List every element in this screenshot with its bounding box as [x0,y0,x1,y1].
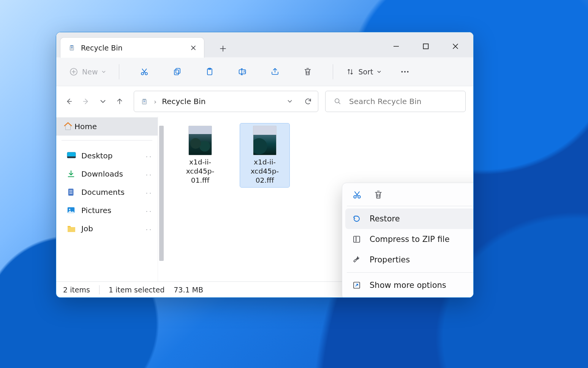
sidebar-divider [62,140,152,141]
minimize-button[interactable] [393,43,400,50]
sidebar-item-job[interactable]: Job [56,220,158,238]
ctx-item-label: Show more options [370,281,446,290]
svg-rect-1 [424,44,428,49]
tab-close-button[interactable] [190,45,196,51]
scrollbar-thumb[interactable] [159,126,164,261]
ctx-compress-zip[interactable]: Compress to ZIP file [345,229,474,250]
file-item[interactable]: x1d-ii-xcd45p-02.fff [240,123,289,187]
recent-dropdown[interactable] [100,98,106,105]
desktop-icon [67,152,76,160]
wrench-icon [352,255,361,264]
statusbar-divider [99,285,100,294]
pin-icon[interactable] [145,207,152,213]
delete-button[interactable] [302,66,314,78]
more-button[interactable] [399,66,411,78]
forward-button[interactable] [82,97,90,106]
sidebar-item-label: Desktop [81,151,112,160]
documents-icon [67,188,75,196]
ctx-cut-button[interactable] [352,190,362,200]
plus-circle-icon [69,67,78,76]
nav-buttons [62,97,127,106]
restore-icon [352,214,361,223]
tab-title: Recycle Bin [81,44,123,52]
cut-button[interactable] [138,66,150,78]
sidebar-item-documents[interactable]: Documents [56,183,158,201]
status-selected-count: 1 item selected [109,286,164,294]
sort-button[interactable]: Sort [344,65,384,78]
svg-rect-18 [68,189,74,196]
status-selected-size: 73.1 MB [174,286,203,294]
paste-button[interactable] [204,66,216,78]
rename-button[interactable]: A [236,66,248,78]
new-button[interactable]: New [67,65,108,79]
svg-point-25 [358,196,360,198]
zip-icon [352,235,361,244]
share-button[interactable] [269,66,281,78]
maximize-button[interactable] [422,43,429,50]
sidebar-item-home[interactable]: Home [56,117,158,136]
svg-point-20 [69,208,71,210]
svg-rect-21 [68,227,75,232]
tab-active[interactable]: Recycle Bin [60,37,204,58]
file-item[interactable]: x1d-ii-xcd45p-01.fff [175,123,225,187]
pin-icon[interactable] [145,226,152,232]
svg-text:A: A [243,70,246,74]
download-icon [67,170,75,178]
svg-point-13 [407,71,409,73]
chevron-down-icon [101,69,106,74]
sidebar-item-pictures[interactable]: Pictures [56,201,158,220]
new-tab-button[interactable] [220,45,226,52]
file-name: x1d-ii-xcd45p-02.fff [242,158,287,185]
file-thumbnail [253,126,277,155]
address-bar[interactable]: › Recycle Bin [134,91,318,112]
svg-point-3 [141,73,144,75]
address-dropdown[interactable] [287,98,293,104]
ctx-item-label: Restore [370,214,400,223]
close-button[interactable] [452,43,459,50]
back-button[interactable] [65,97,73,106]
recycle-bin-icon [140,97,149,106]
up-button[interactable] [115,97,124,106]
toolbar-divider [333,64,333,79]
svg-point-15 [335,99,339,103]
chevron-right-icon: › [154,98,156,106]
ctx-show-more[interactable]: Show more options Shift+F10 [345,275,474,295]
svg-point-24 [354,196,356,198]
file-thumbnail [188,126,212,155]
search-box[interactable] [325,91,466,112]
sidebar-item-desktop[interactable]: Desktop [56,147,158,165]
pin-icon[interactable] [145,153,152,159]
folder-icon [67,225,76,232]
refresh-button[interactable] [304,98,312,105]
ctx-restore[interactable]: Restore [345,208,474,229]
ctx-delete-button[interactable] [373,190,383,200]
svg-rect-14 [142,100,147,104]
home-icon [63,122,73,131]
ctx-properties[interactable]: Properties Alt+Enter [345,250,474,270]
pin-icon[interactable] [145,189,152,195]
svg-rect-6 [176,68,180,73]
context-menu-quickbar [345,187,474,204]
search-input[interactable] [348,96,457,106]
sort-label: Sort [358,68,373,76]
search-icon [334,98,341,105]
ctx-item-label: Compress to ZIP file [370,235,450,244]
svg-point-11 [401,71,403,73]
ctx-item-label: Properties [370,255,410,264]
toolbar-divider [119,64,119,79]
breadcrumb[interactable]: Recycle Bin [162,97,205,106]
context-menu-divider [347,272,474,273]
sidebar-item-downloads[interactable]: Downloads [56,165,158,183]
sidebar-scrollbar[interactable] [158,117,165,281]
file-name: x1d-ii-xcd45p-01.fff [178,158,223,185]
sidebar-item-label: Pictures [81,206,111,215]
copy-button[interactable] [171,66,183,78]
titlebar[interactable]: Recycle Bin [56,32,473,57]
pin-icon[interactable] [145,171,152,177]
svg-point-4 [145,73,147,75]
pictures-icon [67,206,75,215]
window-controls [393,43,473,50]
svg-rect-5 [174,70,179,75]
sidebar-item-label: Job [81,224,93,233]
file-explorer-window: Recycle Bin New [56,32,474,298]
